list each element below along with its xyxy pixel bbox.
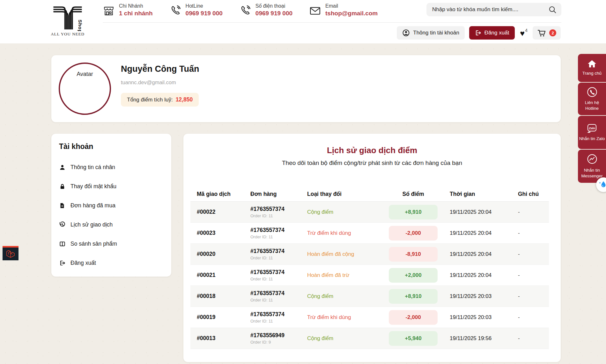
points-cell: -2,000 [389,310,438,325]
transaction-time: 19/11/2025 20:03 [438,314,518,321]
order-id-sub: Order ID: 11 [250,213,307,218]
document-icon [59,203,65,209]
history-table-header: Mã giao dịch Đơn hàng Loại thay đổi Số đ… [190,187,549,202]
transaction-note: - [518,272,549,279]
order-id-sub: Order ID: 11 [250,319,307,323]
avatar-label: Avatar [77,71,93,77]
logo-vertical-text: Shop [78,19,83,31]
cart-icon [537,29,546,37]
search-input[interactable] [432,6,548,13]
transaction-time: 19/11/2025 19:56 [438,335,518,342]
quick-nav-hotline[interactable]: Liên hệ Hotline [578,83,606,115]
order-cell: #1763557374Order ID: 11 [250,311,307,323]
change-type: Cộng điểm [307,335,389,342]
quick-nav-label: Trang chủ [582,71,602,76]
transaction-note: - [518,251,549,257]
transaction-note: - [518,293,549,300]
mail-icon [309,5,321,18]
order-cell: #1763557374Order ID: 11 [250,206,307,218]
profile-email: tuannc.dev@gmail.com [121,79,176,85]
contact-label: Email [325,3,378,9]
account-info-button[interactable]: Thông tin tài khoản [397,26,465,40]
menu-item-compare[interactable]: So sánh sản phẩm [59,240,164,248]
zalo-icon: Zalo [586,123,598,134]
points-amount-badge: -2,000 [389,310,438,325]
transaction-note: - [518,230,549,236]
transaction-id: #00013 [190,335,250,342]
account-menu-card: Tài khoản Thông tin cá nhân Thay đổi mật… [51,134,171,277]
points-amount-badge: +8,910 [389,289,438,304]
user-icon [59,164,65,170]
menu-item-logout[interactable]: Đăng xuất [59,259,164,267]
transaction-time: 19/11/2025 20:04 [438,251,518,257]
contact-hotline: HotLine 0969 919 000 [169,3,223,18]
contact-value: 1 chi nhánh [119,10,153,17]
points-label: Tổng điểm tích luỹ: [127,97,173,103]
order-number: #1763557374 [250,248,307,255]
lock-icon [59,183,65,189]
header-actions: Thông tin tài khoản Đăng xuất ♥ 4 [397,26,561,40]
wishlist-button[interactable]: ♥ 4 [519,29,528,37]
change-type: Cộng điểm [307,293,389,300]
order-id-sub: Order ID: 9 [250,340,307,345]
table-row: #00021 #1763557374Order ID: 11 Hoàn điểm… [190,265,549,286]
column-header: Mã giao dịch [190,191,250,197]
contact-value: 0969 919 000 [255,10,292,17]
transaction-time: 19/11/2025 20:04 [438,230,518,236]
search-box [426,3,561,16]
quick-nav-label: Nhắn tin Messenger [579,167,605,179]
contact-label: Số điện thoại [255,3,292,9]
menu-item-label: Thay đổi mật khẩu [70,183,116,190]
brand-logo[interactable]: Shop ALL YOU NEED [48,3,87,37]
column-header: Ghi chú [518,191,549,197]
points-cell: -2,000 [389,226,438,241]
order-cell: #1763557374Order ID: 11 [250,227,307,239]
logout-icon [59,260,65,266]
points-amount-badge: +5,940 [389,331,438,346]
order-number: #1763557374 [250,311,307,318]
menu-item-transaction-history[interactable]: Lịch sử giao dịch [59,221,164,228]
history-subtitle: Theo dõi toàn bộ điểm cộng/trừ phát sinh… [183,160,561,167]
messenger-icon [586,153,598,165]
menu-item-orders[interactable]: Đơn hàng đã mua [59,202,164,209]
store-icon [103,5,115,18]
transaction-id: #00022 [190,209,250,215]
wishlist-count: 4 [525,28,528,33]
cart-count-badge: 2 [549,29,556,36]
search-icon[interactable] [548,5,557,14]
svg-text:Zalo: Zalo [588,126,595,130]
column-header: Đơn hàng [250,191,307,197]
points-value: 12,850 [176,96,193,103]
contact-phone: Số điện thoại 0969 919 000 [239,3,292,18]
cart-button[interactable]: 2 [533,26,561,40]
account-info-label: Thông tin tài khoản [413,30,459,36]
table-row: #00020 #1763557374Order ID: 11 Hoàn điểm… [190,244,549,265]
points-cell: +2,000 [389,268,438,283]
phone-icon [239,5,251,18]
tshop-logo-icon: Shop [48,3,87,31]
logo-tagline: ALL YOU NEED [48,32,87,37]
home-icon [587,59,597,68]
order-number: #1763557374 [250,269,307,276]
logout-button[interactable]: Đăng xuất [469,26,515,40]
profile-name: Nguyễn Công Tuấn [121,64,199,74]
column-header: Loại thay đổi [307,191,389,197]
change-type: Hoàn điểm đã trừ [307,272,389,279]
header-contacts: Chi Nhánh 1 chi nhánh HotLine 0969 919 0… [103,3,378,18]
compare-icon [59,241,65,247]
debugbar-toggle[interactable] [3,246,18,260]
transaction-note: - [518,335,549,342]
order-number: #1763557374 [250,290,307,297]
points-cell: -8,910 [389,247,438,262]
menu-item-personal-info[interactable]: Thông tin cá nhân [59,163,164,171]
transaction-time: 19/11/2025 20:03 [438,293,518,300]
contact-label: HotLine [186,3,223,9]
order-id-sub: Order ID: 11 [250,298,307,302]
profile-card: Avatar Nguyễn Công Tuấn tuannc.dev@gmail… [51,55,561,122]
menu-item-change-password[interactable]: Thay đổi mật khẩu [59,182,164,190]
laravel-icon [6,249,15,258]
order-id-sub: Order ID: 11 [250,256,307,260]
quick-nav-zalo[interactable]: Zalo Nhắn tin Zalo [578,116,606,149]
quick-nav-home[interactable]: Trang chủ [578,54,606,82]
menu-item-label: Đăng xuất [70,260,96,266]
